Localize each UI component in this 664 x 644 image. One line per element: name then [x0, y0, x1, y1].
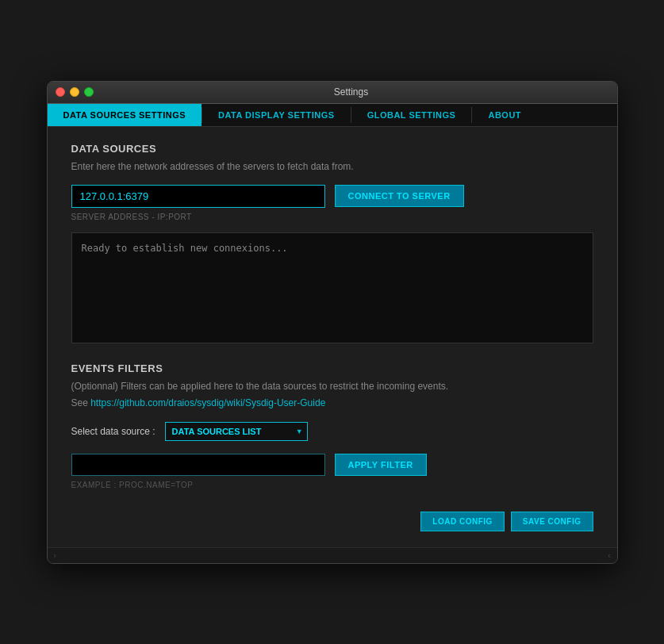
tab-global-settings[interactable]: GLOBAL SETTINGS	[351, 104, 472, 126]
connect-to-server-button[interactable]: CONNECT TO SERVER	[335, 185, 464, 207]
events-filters-title: EVENTS FILTERS	[71, 362, 593, 374]
scroll-bar: › ‹	[48, 547, 617, 563]
traffic-lights	[56, 87, 94, 97]
server-address-label: SERVER ADDRESS - IP:PORT	[71, 213, 593, 221]
load-config-button[interactable]: LOAD CONFIG	[420, 512, 505, 531]
server-address-input[interactable]	[71, 185, 325, 208]
content-area: DATA SOURCES Enter here the network addr…	[48, 127, 617, 547]
connection-log: Ready to establish new connexions...	[71, 232, 593, 343]
filter-input[interactable]	[71, 454, 325, 476]
datasource-select[interactable]: DATA SOURCES LIST	[165, 422, 308, 441]
scroll-left: ›	[54, 551, 56, 560]
events-filters-see-label: See	[71, 397, 91, 408]
scroll-right: ‹	[608, 551, 610, 560]
events-filters-link[interactable]: https://github.com/draios/sysdig/wiki/Sy…	[90, 397, 325, 408]
tab-data-sources[interactable]: DATA SOURCES SETTINGS	[48, 104, 202, 126]
tab-about[interactable]: ABOUT	[472, 104, 537, 126]
save-config-button[interactable]: SAVE CONFIG	[511, 512, 593, 531]
tab-data-display[interactable]: DATA DISPLAY SETTINGS	[202, 104, 351, 126]
maximize-button[interactable]	[84, 87, 94, 97]
title-bar: Settings	[48, 82, 617, 104]
apply-filter-button[interactable]: APPLY FILTER	[335, 454, 427, 476]
filter-input-row: APPLY FILTER	[71, 454, 593, 476]
data-sources-desc: Enter here the network addresses of the …	[71, 161, 593, 172]
filter-example-label: EXAMPLE : PROC.NAME=TOP	[71, 481, 593, 489]
events-filters-desc1: (Optionnal) Filters can be applied here …	[71, 381, 593, 392]
window-title: Settings	[94, 86, 609, 98]
settings-window: Settings DATA SOURCES SETTINGS DATA DISP…	[47, 81, 618, 564]
data-sources-title: DATA SOURCES	[71, 143, 593, 155]
datasource-select-wrapper: DATA SOURCES LIST	[165, 422, 308, 441]
datasource-select-row: Select data source : DATA SOURCES LIST	[71, 422, 593, 441]
tab-bar: DATA SOURCES SETTINGS DATA DISPLAY SETTI…	[48, 104, 617, 127]
close-button[interactable]	[56, 87, 65, 97]
server-address-row: CONNECT TO SERVER	[71, 185, 593, 208]
events-filters-link-row: See https://github.com/draios/sysdig/wik…	[71, 395, 593, 409]
datasource-label: Select data source :	[71, 426, 155, 437]
bottom-buttons-row: LOAD CONFIG SAVE CONFIG	[71, 508, 593, 531]
minimize-button[interactable]	[70, 87, 79, 97]
